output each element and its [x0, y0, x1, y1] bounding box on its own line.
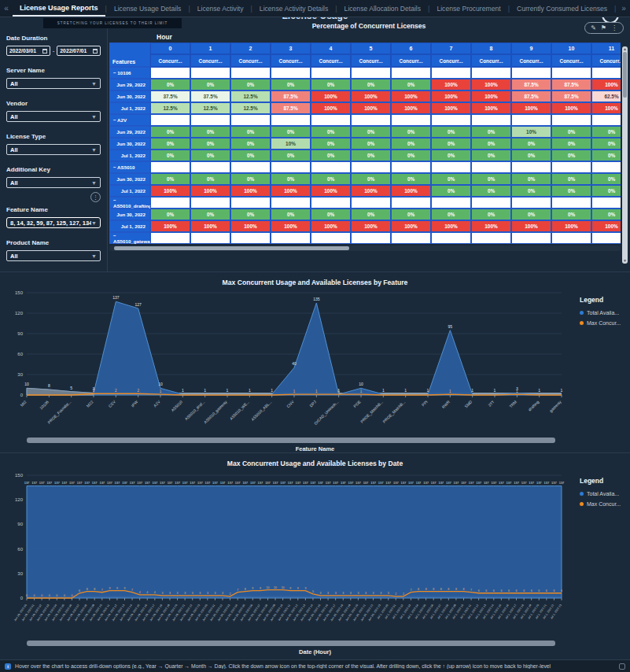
hour-column-header[interactable]: 9: [511, 42, 551, 54]
percentage-cell[interactable]: 100%: [471, 220, 511, 232]
percentage-cell[interactable]: 100%: [271, 220, 311, 232]
date-row-header[interactable]: Jul 1, 2022: [109, 102, 150, 114]
edit-icon[interactable]: ✎: [591, 25, 596, 31]
percentage-cell[interactable]: 0%: [591, 185, 621, 197]
percentage-cell[interactable]: 100%: [150, 220, 190, 232]
percentage-cell[interactable]: 100%: [591, 79, 621, 90]
tab-license-usage-reports[interactable]: License Usage Reports: [13, 0, 105, 17]
legend-item[interactable]: Max Concur...: [580, 320, 625, 326]
feature-group-row[interactable]: − AS5010_gateway: [109, 232, 150, 244]
chart2-scrollbar[interactable]: [27, 641, 555, 646]
percentage-cell[interactable]: 0%: [351, 126, 391, 138]
percentage-cell[interactable]: 0%: [391, 126, 431, 138]
percentage-cell[interactable]: 0%: [471, 185, 511, 197]
percentage-cell[interactable]: 0%: [511, 173, 551, 185]
percentage-cell[interactable]: 0%: [190, 209, 230, 220]
percentage-cell[interactable]: 87.5%: [271, 102, 311, 114]
tab-license-procurement[interactable]: License Procurement: [429, 0, 507, 17]
date-row-header[interactable]: Jun 30, 2022: [109, 209, 150, 220]
percentage-cell[interactable]: 100%: [551, 220, 591, 232]
tab-license-usage-details[interactable]: License Usage Details: [107, 0, 189, 17]
date-row-header[interactable]: Jul 1, 2022: [109, 150, 150, 161]
percentage-cell[interactable]: 87.5%: [511, 79, 551, 90]
concurrency-subheader[interactable]: Concurr...: [551, 54, 591, 67]
date-to-input[interactable]: 2022/07/01: [57, 46, 101, 56]
percentage-cell[interactable]: 100%: [431, 102, 471, 114]
percentage-cell[interactable]: 0%: [391, 209, 431, 220]
hour-column-header[interactable]: 3: [271, 42, 311, 54]
legend-item[interactable]: Total Availa...: [580, 491, 625, 497]
percentage-cell[interactable]: 0%: [551, 138, 591, 150]
hour-column-header[interactable]: 6: [391, 42, 431, 54]
scroll-down-icon[interactable]: ▼: [623, 259, 627, 263]
percentage-cell[interactable]: 12.5%: [230, 90, 271, 102]
percentage-cell[interactable]: 0%: [150, 173, 190, 185]
percentage-cell[interactable]: 100%: [190, 185, 230, 197]
percentage-cell[interactable]: 0%: [150, 126, 190, 138]
percentage-cell[interactable]: 100%: [230, 185, 271, 197]
percentage-cell[interactable]: 0%: [311, 138, 351, 150]
percentage-cell[interactable]: 0%: [311, 79, 351, 90]
percentage-cell[interactable]: 100%: [591, 220, 621, 232]
percentage-cell[interactable]: 100%: [511, 102, 551, 114]
percentage-cell[interactable]: 100%: [190, 220, 230, 232]
percentage-cell[interactable]: 0%: [511, 138, 551, 150]
percentage-cell[interactable]: 0%: [351, 79, 391, 90]
percentage-cell[interactable]: 62.5%: [591, 90, 621, 102]
percentage-cell[interactable]: 100%: [271, 185, 311, 197]
percentage-cell[interactable]: 0%: [351, 209, 391, 220]
tabs-scroll-left-icon[interactable]: «: [0, 0, 13, 17]
percentage-cell[interactable]: 0%: [150, 150, 190, 161]
percentage-cell[interactable]: 100%: [591, 102, 621, 114]
filter-more-options-icon[interactable]: ⋮: [90, 192, 101, 202]
filter-dropdown[interactable]: All▼: [6, 78, 101, 89]
feature-group-row[interactable]: − AS5010_drafting: [109, 197, 150, 209]
chart2-plot[interactable]: 0306090120150Jun 29, 2022 00Jun 29, 2022…: [6, 467, 630, 641]
concurrency-subheader[interactable]: Concurr...: [311, 54, 351, 67]
hour-column-header[interactable]: 4: [311, 42, 351, 54]
scroll-up-icon[interactable]: ▲: [623, 47, 627, 51]
tab-license-activity-details[interactable]: License Activity Details: [252, 0, 335, 17]
concurrency-subheader[interactable]: Concurr...: [150, 54, 190, 67]
tab-license-allocation-details[interactable]: License Allocation Details: [337, 0, 428, 17]
percentage-cell[interactable]: 100%: [431, 220, 471, 232]
percentage-cell[interactable]: 0%: [230, 138, 271, 150]
percentage-cell[interactable]: 0%: [551, 185, 591, 197]
flag-icon[interactable]: ⚑: [601, 25, 606, 31]
percentage-cell[interactable]: 100%: [391, 90, 431, 102]
percentage-cell[interactable]: 100%: [431, 79, 471, 90]
percentage-cell[interactable]: 0%: [271, 209, 311, 220]
more-options-icon[interactable]: ⋮: [611, 25, 617, 31]
percentage-cell[interactable]: 0%: [551, 209, 591, 220]
percentage-cell[interactable]: 0%: [311, 173, 351, 185]
percentage-cell[interactable]: 100%: [351, 185, 391, 197]
legend-item[interactable]: Total Availa...: [580, 310, 625, 316]
percentage-cell[interactable]: 10%: [511, 126, 551, 138]
percentage-cell[interactable]: 100%: [230, 220, 271, 232]
percentage-cell[interactable]: 0%: [230, 79, 271, 90]
calendar-icon[interactable]: [93, 49, 98, 54]
percentage-cell[interactable]: 0%: [551, 173, 591, 185]
percentage-cell[interactable]: 0%: [591, 138, 621, 150]
concurrency-subheader[interactable]: Concurr...: [271, 54, 311, 67]
percentage-cell[interactable]: 0%: [431, 185, 471, 197]
percentage-cell[interactable]: 0%: [471, 150, 511, 161]
percentage-cell[interactable]: 0%: [351, 173, 391, 185]
percentage-cell[interactable]: 0%: [311, 126, 351, 138]
percentage-cell[interactable]: 0%: [271, 126, 311, 138]
percentage-cell[interactable]: 100%: [391, 102, 431, 114]
percentage-cell[interactable]: 100%: [351, 220, 391, 232]
percentage-cell[interactable]: 0%: [150, 138, 190, 150]
date-row-header[interactable]: Jun 29, 2022: [109, 126, 150, 138]
tab-licenses-not-in-use[interactable]: Licenses Not in Use: [616, 0, 617, 17]
percentage-cell[interactable]: 0%: [591, 173, 621, 185]
hour-column-header[interactable]: 11: [591, 42, 621, 54]
percentage-cell[interactable]: 0%: [511, 150, 551, 161]
chart1-scrollbar[interactable]: [27, 438, 555, 443]
percentage-cell[interactable]: 0%: [471, 173, 511, 185]
percentage-cell[interactable]: 0%: [431, 173, 471, 185]
percentage-cell[interactable]: 0%: [271, 79, 311, 90]
percentage-cell[interactable]: 0%: [431, 138, 471, 150]
percentage-cell[interactable]: 100%: [551, 102, 591, 114]
concurrency-subheader[interactable]: Concurr...: [391, 54, 431, 67]
